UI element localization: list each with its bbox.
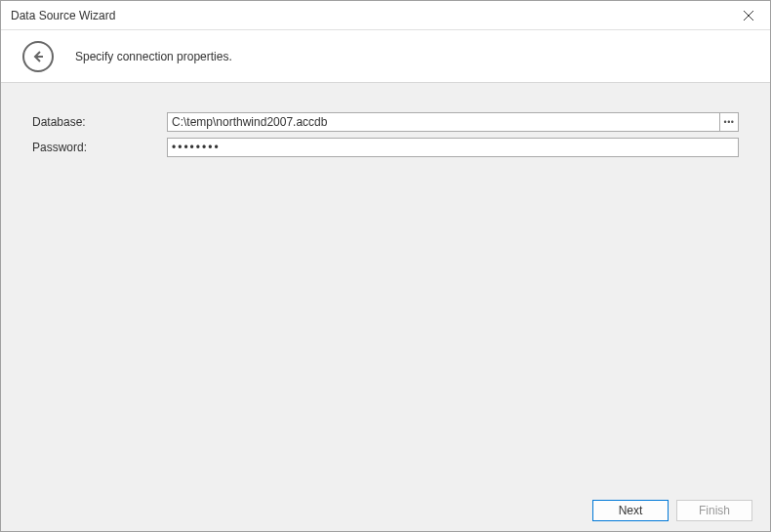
next-button[interactable]: Next	[592, 500, 669, 521]
password-input-wrapper	[167, 138, 739, 157]
database-input-wrapper: •••	[167, 112, 739, 132]
password-row: Password:	[32, 138, 739, 157]
titlebar: Data Source Wizard	[1, 1, 770, 30]
wizard-window: Data Source Wizard Specify connection pr…	[0, 0, 771, 532]
window-title: Data Source Wizard	[11, 9, 115, 22]
wizard-header: Specify connection properties.	[1, 30, 770, 83]
browse-button[interactable]: •••	[719, 112, 739, 132]
database-label: Database:	[32, 115, 167, 129]
close-button[interactable]	[726, 1, 770, 30]
back-button[interactable]	[22, 41, 54, 72]
wizard-content: Database: ••• Password:	[1, 83, 770, 490]
password-input[interactable]	[167, 138, 739, 157]
database-row: Database: •••	[32, 112, 739, 132]
ellipsis-icon: •••	[724, 118, 735, 127]
arrow-left-icon	[30, 49, 46, 64]
finish-button: Finish	[676, 500, 752, 521]
close-icon	[744, 11, 753, 20]
wizard-footer: Next Finish	[1, 490, 770, 531]
password-label: Password:	[32, 141, 167, 154]
database-input[interactable]	[167, 112, 719, 132]
wizard-subtitle: Specify connection properties.	[75, 50, 232, 63]
